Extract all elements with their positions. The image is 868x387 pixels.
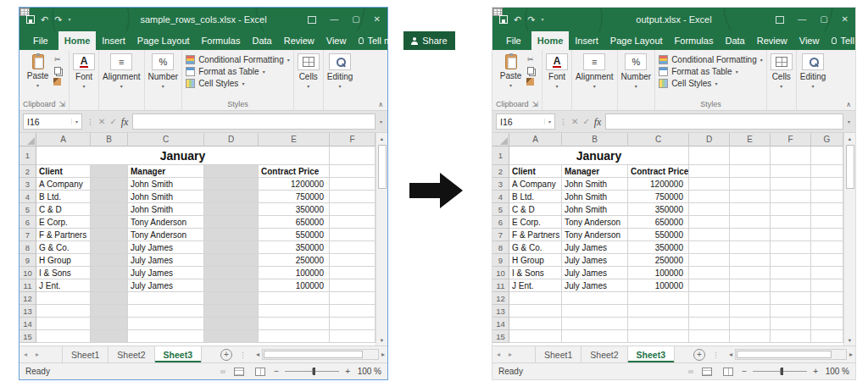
cell[interactable] (771, 191, 811, 203)
cell[interactable]: John Smith (128, 191, 204, 203)
cell[interactable] (689, 147, 730, 165)
menu-tab-page-layout[interactable]: Page Layout (131, 31, 196, 50)
horizontal-scrollbar[interactable] (735, 349, 847, 360)
cell[interactable]: July James (562, 267, 628, 279)
cell[interactable]: Contract Price (628, 165, 689, 178)
menu-tab-file[interactable]: File (496, 31, 531, 50)
conditional-formatting-button[interactable]: Conditional Formatting ▾ (186, 55, 290, 64)
cell[interactable] (730, 165, 771, 178)
row-header-13[interactable]: 13 (19, 305, 36, 318)
menu-tab-insert[interactable]: Insert (96, 31, 131, 50)
cell[interactable] (330, 203, 376, 216)
menu-tab-file[interactable]: File (23, 31, 58, 50)
menu-tab-page-layout[interactable]: Page Layout (604, 31, 669, 50)
cell[interactable] (36, 330, 91, 343)
format-as-table-button[interactable]: Format as Table ▾ (186, 67, 265, 76)
cell[interactable] (811, 203, 843, 216)
cell[interactable] (330, 191, 376, 203)
row-header-1[interactable]: 1 (19, 147, 36, 165)
collapse-ribbon-icon[interactable]: ∧ (378, 101, 383, 108)
scrollbar-thumb[interactable] (264, 351, 363, 358)
cell[interactable] (204, 216, 259, 229)
sheet-nav-left-icon[interactable]: ◂ (492, 346, 504, 362)
cell[interactable]: Tony Anderson (562, 229, 628, 241)
cell[interactable] (562, 330, 628, 343)
cell[interactable] (628, 330, 689, 343)
cell[interactable]: July James (128, 267, 204, 279)
insert-function-icon[interactable]: fx (594, 117, 602, 127)
save-icon[interactable] (26, 15, 35, 24)
column-header-e[interactable]: E (730, 133, 771, 147)
cell[interactable] (91, 241, 128, 254)
cell[interactable] (562, 318, 628, 330)
column-header-a[interactable]: A (36, 133, 91, 147)
cell[interactable]: Tony Anderson (128, 216, 204, 229)
cell[interactable] (689, 254, 730, 267)
row-header-9[interactable]: 9 (492, 254, 509, 267)
cell[interactable]: Manager (562, 165, 628, 178)
cell[interactable] (36, 305, 91, 318)
cell[interactable] (628, 305, 689, 318)
cell[interactable] (330, 147, 376, 165)
cell[interactable]: B Ltd. (509, 191, 562, 203)
cell[interactable] (811, 292, 843, 305)
zoom-slider-thumb[interactable] (781, 368, 783, 375)
cell[interactable] (689, 305, 730, 318)
row-header-5[interactable]: 5 (492, 203, 509, 216)
cell[interactable] (330, 279, 376, 292)
name-box[interactable]: I16 ▾ (496, 113, 555, 130)
cell[interactable] (330, 178, 376, 191)
cell[interactable]: John Smith (128, 178, 204, 191)
enter-icon[interactable]: ✓ (109, 118, 116, 126)
cell[interactable]: G & Co. (36, 241, 91, 254)
cell[interactable] (91, 203, 128, 216)
cell[interactable]: Client (509, 165, 562, 178)
row-header-15[interactable]: 15 (492, 330, 509, 343)
normal-view-button[interactable] (688, 370, 693, 373)
cell[interactable] (562, 292, 628, 305)
cell[interactable]: Client (36, 165, 91, 178)
cell[interactable] (204, 292, 259, 305)
cell-styles-button[interactable]: Cell Styles ▾ (186, 79, 244, 88)
cell[interactable]: John Smith (562, 178, 628, 191)
row-header-11[interactable]: 11 (492, 279, 509, 292)
qat-customize-icon[interactable]: ▾ (541, 17, 543, 22)
cell[interactable] (259, 330, 330, 343)
conditional-formatting-button[interactable]: Conditional Formatting ▾ (659, 55, 763, 64)
cell[interactable]: B Ltd. (36, 191, 91, 203)
sheet-tab-sheet1[interactable]: Sheet1 (62, 346, 108, 362)
cell[interactable]: J Ent. (36, 279, 91, 292)
cell[interactable] (771, 330, 811, 343)
row-header-9[interactable]: 9 (19, 254, 36, 267)
menu-tab-formulas[interactable]: Formulas (196, 31, 247, 50)
menu-tab-data[interactable]: Data (246, 31, 277, 50)
scroll-down-icon[interactable]: ▾ (381, 337, 383, 344)
alignment-button[interactable]: ≡ Alignment ▾ (103, 53, 140, 98)
formula-bar-expand-icon[interactable]: ▾ (848, 119, 852, 124)
cell[interactable] (36, 318, 91, 330)
cell[interactable] (509, 330, 562, 343)
cell[interactable] (204, 203, 259, 216)
row-header-3[interactable]: 3 (19, 178, 36, 191)
qat-customize-icon[interactable]: ▾ (68, 17, 70, 22)
cell[interactable]: 100000 (628, 279, 689, 292)
menu-tab-view[interactable]: View (793, 31, 826, 50)
cell[interactable] (91, 165, 128, 178)
cell[interactable] (771, 318, 811, 330)
maximize-icon[interactable]: ▢ (820, 15, 827, 24)
row-header-2[interactable]: 2 (19, 165, 36, 178)
page-break-view-button[interactable] (253, 366, 268, 378)
font-button[interactable]: A Font ▾ (546, 53, 568, 98)
cell[interactable]: 650000 (259, 216, 330, 229)
page-layout-view-button[interactable] (231, 366, 247, 378)
hscroll-right-icon[interactable]: ▸ (847, 351, 855, 358)
cell[interactable] (91, 191, 128, 203)
cell[interactable] (204, 191, 259, 203)
ribbon-display-options-icon[interactable] (776, 16, 784, 24)
share-button[interactable]: Share (403, 31, 454, 50)
redo-icon[interactable]: ↷ (527, 15, 535, 25)
cell[interactable]: 350000 (259, 241, 330, 254)
cell[interactable]: July James (562, 254, 628, 267)
cell[interactable]: 650000 (628, 216, 689, 229)
cell[interactable] (91, 267, 128, 279)
